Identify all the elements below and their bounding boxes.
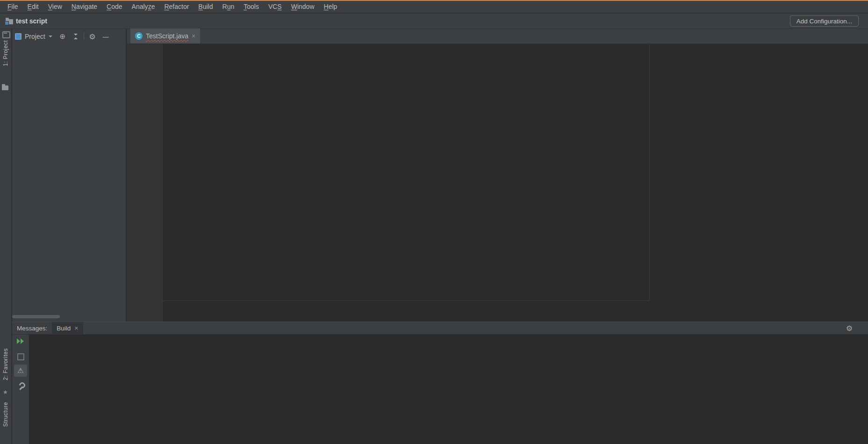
class-icon: [135, 32, 143, 40]
collapse-all-icon[interactable]: [72, 33, 79, 40]
add-configuration-button[interactable]: Add Configuration...: [790, 15, 859, 27]
folder-project-icon: [6, 19, 13, 24]
build-tab-label: Build: [57, 325, 71, 332]
gear-icon[interactable]: [89, 32, 95, 41]
menu-view[interactable]: View: [43, 1, 67, 13]
favorites-star-icon[interactable]: [3, 389, 8, 395]
hide-panel-icon[interactable]: [103, 33, 109, 40]
editor-gutter: [127, 44, 163, 322]
menu-edit[interactable]: Edit: [23, 1, 43, 13]
build-tab[interactable]: Build ×: [52, 322, 83, 334]
menu-window[interactable]: Window: [287, 1, 319, 13]
header-divider: [84, 33, 84, 40]
toolbar-right-group: Add Configuration...: [783, 15, 868, 27]
close-icon[interactable]: ×: [192, 32, 195, 40]
main-toolbar: test script Add Configuration...: [0, 14, 868, 29]
editor-tab-bar: TestScript.java ×: [127, 29, 868, 44]
stripe-button-structure[interactable]: Structure: [2, 402, 9, 427]
menu-help[interactable]: Help: [319, 1, 342, 13]
menu-run[interactable]: Run: [218, 1, 239, 13]
menu-navigate[interactable]: Navigate: [67, 1, 102, 13]
menu-bar: FileEditViewNavigateCodeAnalyzeRefactorB…: [0, 1, 868, 13]
messages-label: Messages:: [17, 325, 47, 332]
menu-code[interactable]: Code: [102, 1, 127, 13]
menu-analyze[interactable]: Analyze: [127, 1, 160, 13]
editor-tab-testscript[interactable]: TestScript.java ×: [130, 29, 200, 43]
rerun-build-icon[interactable]: [12, 338, 29, 344]
menu-build[interactable]: Build: [194, 1, 217, 13]
stripe-button-project[interactable]: 1: Project: [2, 40, 9, 66]
editor-area: TestScript.java ×: [127, 29, 868, 322]
project-stripe-icon[interactable]: [2, 31, 10, 38]
menu-vcs[interactable]: VCS: [264, 1, 287, 13]
build-panel-tab-bar: Messages: Build ×: [12, 322, 868, 335]
editor-tab-label: TestScript.java: [146, 32, 188, 40]
editor-body[interactable]: [127, 44, 868, 322]
project-panel-title[interactable]: Project: [25, 33, 45, 40]
right-margin-guide: [649, 44, 650, 301]
build-tool-window: Messages: Build ×: [12, 322, 868, 444]
warnings-filter-icon[interactable]: [14, 365, 27, 377]
stripe-button-favorites[interactable]: 2: Favorites: [2, 348, 9, 380]
menu-refactor[interactable]: Refactor: [159, 1, 194, 13]
stop-build-icon[interactable]: [12, 353, 29, 360]
project-panel-header: Project: [12, 29, 126, 44]
build-toolbar: [12, 335, 29, 444]
breadcrumb: test script: [0, 17, 51, 25]
project-tool-window: Project: [12, 29, 126, 322]
close-icon[interactable]: ×: [74, 324, 78, 332]
breadcrumb-label: test script: [16, 17, 47, 25]
stripe-folder-icon[interactable]: [2, 86, 8, 90]
breadcrumb-item-test-script[interactable]: test script: [6, 17, 47, 25]
build-settings-gear-icon[interactable]: [846, 324, 853, 333]
chevron-down-icon[interactable]: [49, 36, 52, 37]
menu-tools[interactable]: Tools: [239, 1, 264, 13]
editor-split-line: [163, 301, 649, 301]
menu-file[interactable]: File: [3, 1, 23, 13]
locate-file-icon[interactable]: [60, 32, 66, 41]
tool-window-stripe-left: 1: Project 2: Favorites Structure: [0, 29, 12, 444]
wrench-icon[interactable]: [12, 382, 29, 390]
project-view-icon: [15, 33, 22, 40]
project-scrollbar-thumb[interactable]: [12, 315, 60, 318]
